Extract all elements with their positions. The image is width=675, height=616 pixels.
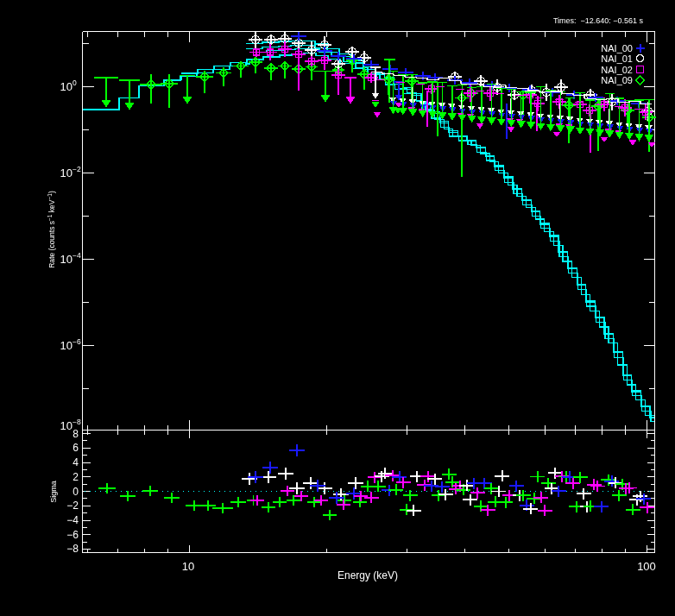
svg-text:Times: −12.640: −0.561 s: Times: −12.640: −0.561 s <box>553 16 644 25</box>
svg-text:Energy (keV): Energy (keV) <box>338 569 398 581</box>
svg-text:−8: −8 <box>73 418 81 426</box>
svg-text:−8: −8 <box>66 543 79 555</box>
svg-text:100: 100 <box>637 560 656 573</box>
svg-text:NAI_00: NAI_00 <box>601 43 633 53</box>
svg-text:NAI_02: NAI_02 <box>601 65 633 75</box>
svg-text:−6: −6 <box>73 337 81 346</box>
svg-text:0: 0 <box>73 79 77 87</box>
svg-text:0: 0 <box>73 486 79 498</box>
svg-text:−2: −2 <box>66 500 79 512</box>
svg-text:−2: −2 <box>73 165 81 173</box>
svg-text:−6: −6 <box>66 529 79 541</box>
svg-text:4: 4 <box>73 456 79 468</box>
svg-text:6: 6 <box>73 442 79 454</box>
svg-text:2: 2 <box>73 471 79 483</box>
svg-text:8: 8 <box>73 428 79 440</box>
svg-text:10: 10 <box>60 253 73 266</box>
svg-text:10: 10 <box>182 560 194 573</box>
svg-text:Rate (counts s−1 keV−1): Rate (counts s−1 keV−1) <box>47 191 57 268</box>
svg-text:10: 10 <box>60 80 73 93</box>
svg-text:−4: −4 <box>73 251 81 260</box>
svg-text:10: 10 <box>60 167 73 179</box>
svg-text:10: 10 <box>60 419 73 432</box>
svg-text:NAI_09: NAI_09 <box>601 75 633 85</box>
svg-text:Sigma: Sigma <box>49 481 58 503</box>
svg-text:10: 10 <box>60 339 73 352</box>
svg-text:NAI_01: NAI_01 <box>601 53 633 64</box>
svg-text:−4: −4 <box>66 514 79 526</box>
